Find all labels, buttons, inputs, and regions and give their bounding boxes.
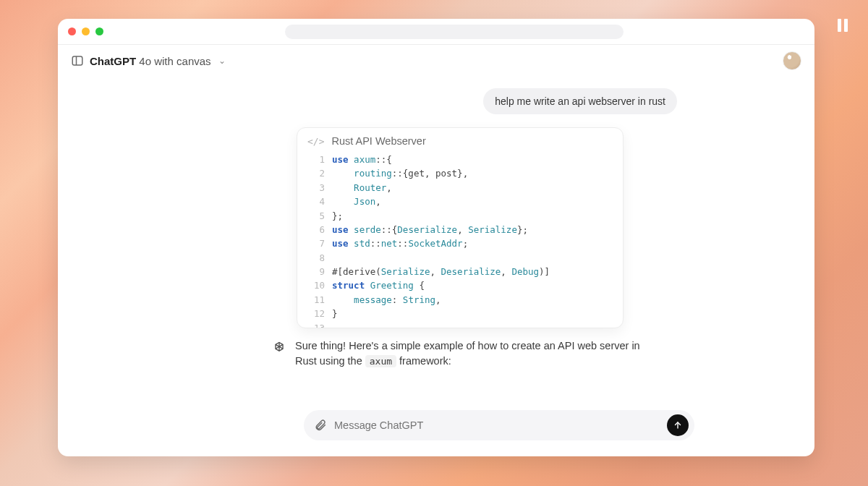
code-line: 13 [306,321,614,329]
canvas-code-card[interactable]: </> Rust API Webserver 1use axum::{2 rou… [297,127,624,328]
chat-area: help me write an api webserver in rust <… [58,77,814,456]
line-number: 12 [306,307,325,320]
line-number: 4 [306,195,325,208]
user-message-bubble: help me write an api webserver in rust [483,88,677,114]
sidebar-toggle-icon [71,54,84,67]
app-header: ChatGPT 4o with canvas ⌄ [58,45,814,77]
line-number: 5 [306,209,325,223]
video-pause-button[interactable] [833,16,852,35]
send-button[interactable] [667,414,689,436]
line-number: 9 [306,265,325,278]
close-window-button[interactable] [68,27,76,35]
canvas-code-body: 1use axum::{2 routing::{get, post},3 Rou… [297,151,623,328]
code-line: 1use axum::{ [306,153,614,166]
assistant-message: Sure thing! Here's a simple example of h… [272,338,663,369]
code-line: 4 Json, [306,195,614,208]
attachment-icon[interactable] [314,419,327,432]
code-icon: </> [307,136,324,147]
line-number: 1 [306,153,325,166]
window-titlebar [58,19,814,45]
line-number: 7 [306,236,325,250]
code-line: 7use std::net::SocketAddr; [306,236,614,250]
assistant-text: Sure thing! Here's a simple example of h… [295,338,663,369]
user-avatar[interactable] [783,51,801,70]
openai-logo-icon [272,341,286,355]
maximize-window-button[interactable] [95,27,103,35]
code-line: 3 Router, [306,181,614,195]
line-number: 3 [306,181,325,195]
svg-rect-0 [72,56,82,65]
model-selector[interactable]: ChatGPT 4o with canvas ⌄ [71,54,226,67]
model-name: ChatGPT 4o with canvas [90,55,211,67]
line-number: 11 [306,293,325,307]
chevron-down-icon: ⌄ [218,56,226,66]
arrow-up-icon [673,420,683,430]
message-composer [304,410,694,440]
code-line: 5}; [306,209,614,223]
message-input[interactable] [334,419,660,431]
address-bar[interactable] [285,25,624,39]
code-line: 6use serde::{Deserialize, Serialize}; [306,223,614,236]
app-window: ChatGPT 4o with canvas ⌄ help me write a… [58,19,814,456]
code-line: 2 routing::{get, post}, [306,166,614,180]
canvas-title: Rust API Webserver [331,135,425,147]
line-number: 8 [306,251,325,265]
inline-code-token: axum [365,355,396,367]
code-line: 9#[derive(Serialize, Deserialize, Debug)… [306,265,614,278]
code-line: 12} [306,307,614,320]
window-controls [68,27,103,35]
minimize-window-button[interactable] [82,27,90,35]
line-number: 2 [306,166,325,180]
code-line: 8 [306,251,614,265]
line-number: 10 [306,278,325,292]
code-line: 11 message: String, [306,293,614,307]
code-line: 10struct Greeting { [306,278,614,292]
line-number: 13 [306,321,325,329]
canvas-header: </> Rust API Webserver [297,128,623,151]
line-number: 6 [306,223,325,236]
